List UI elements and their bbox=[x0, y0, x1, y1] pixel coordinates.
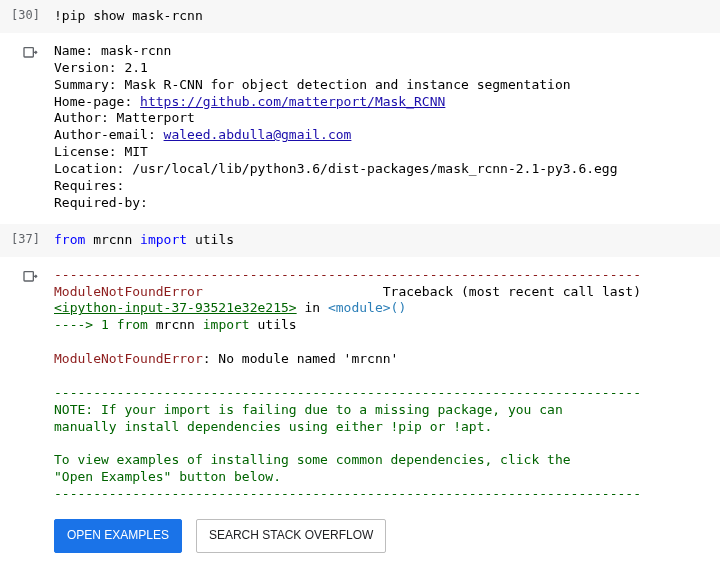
error-msg: : No module named 'mrcnn' bbox=[203, 351, 399, 366]
error-name-2: ModuleNotFoundError bbox=[54, 351, 203, 366]
search-stack-overflow-button[interactable]: SEARCH STACK OVERFLOW bbox=[196, 519, 386, 553]
note-line: NOTE: If your import is failing due to a… bbox=[54, 402, 563, 417]
out-line: Name: mask-rcnn bbox=[54, 43, 171, 58]
note-line: To view examples of installing some comm… bbox=[54, 452, 571, 467]
code-rest: utils bbox=[187, 232, 234, 247]
svg-rect-0 bbox=[24, 48, 33, 57]
author-email-link[interactable]: waleed.abdulla@gmail.com bbox=[164, 127, 352, 142]
output-icon[interactable] bbox=[22, 269, 38, 285]
output-gutter-2 bbox=[8, 267, 44, 285]
out-line: Required-by: bbox=[54, 195, 156, 210]
output-icon[interactable] bbox=[22, 45, 38, 61]
exec-count-1: [30] bbox=[8, 8, 44, 24]
kw-from: from bbox=[117, 317, 148, 332]
kw-import: import bbox=[140, 232, 187, 247]
button-row: OPEN EXAMPLES SEARCH STACK OVERFLOW bbox=[0, 507, 720, 565]
code-pkg: mrcnn bbox=[85, 232, 140, 247]
code-cell-1: [30] !pip show mask-rcnn Name: mask-rcnn… bbox=[0, 0, 720, 216]
note-line: "Open Examples" button below. bbox=[54, 469, 281, 484]
output-body-1: Name: mask-rcnn Version: 2.1 Summary: Ma… bbox=[44, 43, 618, 212]
author-line: Author: Matterport bbox=[54, 110, 195, 125]
code-line-1: !pip show mask-rcnn bbox=[54, 8, 203, 23]
code-input-1[interactable]: !pip show mask-rcnn bbox=[44, 8, 203, 25]
output-block-1: Name: mask-rcnn Version: 2.1 Summary: Ma… bbox=[0, 33, 720, 216]
prompt-row-1: [30] !pip show mask-rcnn bbox=[0, 0, 720, 33]
out-line: Requires: bbox=[54, 178, 132, 193]
author-email-label: Author-email: bbox=[54, 127, 164, 142]
traceback-header: Traceback (most recent call last) bbox=[203, 284, 641, 299]
traceback-dash: ----------------------------------------… bbox=[54, 267, 641, 282]
code-input-2[interactable]: from mrcnn import utils bbox=[44, 232, 234, 249]
exec-count-2: [37] bbox=[8, 232, 44, 248]
traceback-file[interactable]: <ipython-input-37-93521e32e215> bbox=[54, 300, 297, 315]
tb-rest: utils bbox=[250, 317, 297, 332]
prompt-row-2: [37] from mrcnn import utils bbox=[0, 224, 720, 257]
homepage-label: Home-page: bbox=[54, 94, 140, 109]
traceback-module: <module> bbox=[328, 300, 391, 315]
out-line: Location: /usr/local/lib/python3.6/dist-… bbox=[54, 161, 618, 176]
error-name: ModuleNotFoundError bbox=[54, 284, 203, 299]
output-body-2: ----------------------------------------… bbox=[44, 267, 641, 503]
kw-from: from bbox=[54, 232, 85, 247]
traceback-paren: () bbox=[391, 300, 407, 315]
output-gutter-1 bbox=[8, 43, 44, 61]
homepage-link[interactable]: https://github.com/matterport/Mask_RCNN bbox=[140, 94, 445, 109]
tb-in: in bbox=[297, 300, 328, 315]
code-cell-2: [37] from mrcnn import utils -----------… bbox=[0, 224, 720, 565]
kw-import: import bbox=[203, 317, 250, 332]
note-line: manually install dependencies using eith… bbox=[54, 419, 492, 434]
out-line: Summary: Mask R-CNN for object detection… bbox=[54, 77, 571, 92]
out-line: License: MIT bbox=[54, 144, 148, 159]
out-line: Version: 2.1 bbox=[54, 60, 148, 75]
open-examples-button[interactable]: OPEN EXAMPLES bbox=[54, 519, 182, 553]
output-block-2: ----------------------------------------… bbox=[0, 257, 720, 507]
tb-pkg: mrcnn bbox=[148, 317, 203, 332]
svg-rect-1 bbox=[24, 271, 33, 280]
note-dash-2: ----------------------------------------… bbox=[54, 486, 641, 501]
note-dash: ----------------------------------------… bbox=[54, 385, 641, 400]
traceback-arrow: ----> 1 bbox=[54, 317, 117, 332]
